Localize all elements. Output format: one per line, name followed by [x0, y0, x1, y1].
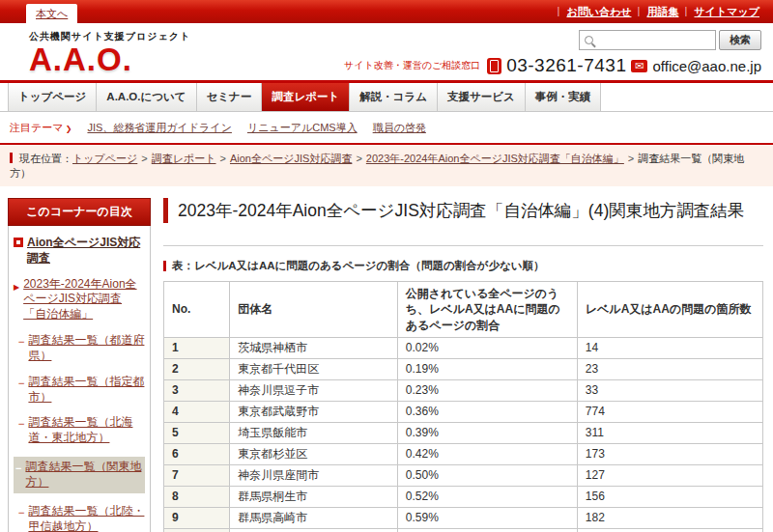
top-utility-link[interactable]: お問い合わせ	[555, 5, 631, 19]
sidebar-link[interactable]: 調査結果一覧（北陸・甲信越地方）	[28, 504, 145, 532]
search-input[interactable]	[597, 34, 710, 47]
theme-link[interactable]: JIS、総務省運用ガイドライン	[87, 121, 231, 135]
breadcrumb-separator: >	[356, 153, 361, 164]
nav-tab[interactable]: 支援サービス	[438, 83, 526, 111]
table-header-cell: No.	[164, 282, 230, 338]
breadcrumb-link[interactable]: Aion全ページJIS対応調査	[230, 153, 352, 164]
row-number-cell: 8	[164, 486, 230, 507]
email-link[interactable]: office@aao.ne.jp	[652, 58, 761, 74]
table-header-row: No. 団体名 公開されている全ページのうち、レベルA又はAAに問題のあるページ…	[164, 282, 763, 338]
contact-info: サイト改善・運営のご相談窓口 03-3261-7431 ✉ office@aao…	[344, 55, 761, 76]
breadcrumb-link[interactable]: 2023年-2024年Aion全ページJIS対応調査「自治体編」	[366, 153, 624, 164]
municipality-cell: 東京都武蔵野市	[230, 401, 398, 422]
search-icon	[585, 36, 593, 44]
page-title: 2023年-2024年Aion全ページJIS対応調査「自治体編」(4)関東地方調…	[163, 198, 763, 223]
utility-links: お問い合わせ 用語集 サイトマップ	[555, 5, 759, 19]
bullet-icon	[18, 417, 24, 446]
table-row: 8 群馬県桐生市 0.52% 156	[164, 486, 763, 507]
bullet-icon	[14, 238, 23, 247]
table-header-cell: 団体名	[230, 282, 398, 338]
count-cell: 23	[577, 358, 762, 379]
table-row: 10 栃木県那須塩原市 0.65% 747	[164, 528, 763, 532]
count-cell: 127	[577, 464, 762, 486]
bullet-icon	[14, 279, 19, 322]
search-button[interactable]: 検索	[719, 30, 761, 50]
ratio-cell: 0.50%	[397, 464, 577, 486]
breadcrumb-separator: >	[141, 153, 147, 164]
ratio-cell: 0.42%	[397, 443, 577, 464]
contact-label: サイト改善・運営のご相談窓口	[344, 59, 480, 72]
municipality-cell: 東京都千代田区	[230, 358, 398, 379]
caption-marker-icon	[163, 261, 166, 271]
sidebar-link[interactable]: 調査結果一覧（北海道・東北地方）	[28, 415, 145, 446]
count-cell: 311	[577, 422, 762, 443]
sidebar-link[interactable]: 調査結果一覧（関東地方）	[25, 460, 143, 490]
bullet-icon	[18, 335, 24, 364]
table-header-cell: レベルA又はAAの問題の箇所数	[577, 282, 762, 338]
nav-tab[interactable]: 調査レポート	[262, 83, 350, 111]
breadcrumb-link[interactable]: トップページ	[72, 153, 137, 164]
results-table: No. 団体名 公開されている全ページのうち、レベルA又はAAに問題のあるページ…	[163, 281, 763, 532]
sidebar-link[interactable]: 調査結果一覧（都道府県）	[28, 333, 145, 364]
sidebar-link[interactable]: Aion全ページJIS対応調査	[27, 236, 145, 266]
nav-tab[interactable]: 解説・コラム	[350, 83, 438, 111]
municipality-cell: 埼玉県飯能市	[230, 422, 398, 443]
row-number-cell: 2	[164, 358, 230, 379]
phone-number: 03-3261-7431	[506, 55, 626, 76]
sidebar-item: 調査結果一覧（関東地方）	[14, 457, 145, 493]
count-cell: 14	[577, 337, 762, 358]
ratio-cell: 0.65%	[397, 528, 577, 532]
search-bar: 検索	[579, 30, 761, 50]
breadcrumb-separator: >	[220, 153, 226, 164]
ratio-cell: 0.39%	[397, 422, 577, 443]
mail-icon: ✉	[631, 60, 647, 72]
site-logo[interactable]: 公共機関サイト支援プロジェクト A.A.O.	[29, 30, 190, 76]
municipality-cell: 東京都杉並区	[230, 443, 398, 464]
theme-link[interactable]: 職員の啓発	[373, 121, 426, 135]
nav-tab[interactable]: セミナー	[197, 83, 263, 111]
sidebar-item: 調査結果一覧（北海道・東北地方）	[18, 415, 145, 446]
count-cell: 774	[577, 401, 762, 422]
nav-tab[interactable]: トップページ	[8, 83, 97, 111]
logo-text: A.A.O.	[29, 43, 190, 75]
sidebar-link[interactable]: 2023年-2024年Aion全ページJIS対応調査「自治体編」	[23, 277, 145, 322]
table-row: 4 東京都武蔵野市 0.36% 774	[164, 401, 763, 422]
breadcrumb-link[interactable]: 調査レポート	[152, 153, 216, 164]
table-caption: 表：レベルA又はAAに問題のあるページの割合（問題の割合が少ない順）	[163, 259, 763, 273]
phone-icon	[487, 58, 501, 74]
header-right: 検索 サイト改善・運営のご相談窓口 03-3261-7431 ✉ office@…	[344, 30, 761, 76]
row-number-cell: 1	[164, 337, 230, 358]
nav-tab[interactable]: 事例・実績	[526, 83, 602, 111]
bullet-icon	[18, 506, 24, 532]
breadcrumb-marker-icon	[10, 153, 13, 163]
count-cell: 182	[577, 507, 762, 528]
municipality-cell: 茨城県神栖市	[230, 337, 398, 358]
municipality-cell: 群馬県桐生市	[230, 486, 398, 507]
row-number-cell: 9	[164, 507, 230, 528]
skip-to-content-link[interactable]: 本文へ	[26, 4, 77, 23]
ratio-cell: 0.19%	[397, 358, 577, 379]
row-number-cell: 7	[164, 464, 230, 486]
sidebar-item: 2023年-2024年Aion全ページJIS対応調査「自治体編」	[14, 277, 145, 322]
theme-label: 注目テーマ	[10, 121, 72, 135]
nav-tab[interactable]: A.A.O.について	[97, 83, 196, 111]
sidebar-title: このコーナーの目次	[8, 198, 151, 226]
table-row: 7 神奈川県座間市 0.50% 127	[164, 464, 763, 486]
table-caption-text: 表：レベルA又はAAに問題のあるページの割合（問題の割合が少ない順）	[172, 259, 544, 273]
sidebar-menu: Aion全ページJIS対応調査 2023年-2024年Aion全ページJIS対応…	[8, 226, 151, 532]
row-number-cell: 4	[164, 401, 230, 422]
theme-link[interactable]: リニューアルCMS導入	[247, 121, 358, 135]
featured-theme-row: 注目テーマ JIS、総務省運用ガイドライン リニューアルCMS導入 職員の啓発	[0, 112, 773, 143]
ratio-cell: 0.59%	[397, 507, 577, 528]
sidebar-item: Aion全ページJIS対応調査	[14, 236, 145, 266]
top-utility-link[interactable]: サイトマップ	[682, 5, 759, 19]
main-navigation: トップページ A.A.O.について セミナー 調査レポート 解説・コラム 支援サ…	[0, 80, 773, 112]
bullet-icon	[15, 462, 21, 490]
sidebar-link[interactable]: 調査結果一覧（指定都市）	[28, 375, 145, 406]
table-row: 2 東京都千代田区 0.19% 23	[164, 358, 763, 379]
table-row: 9 群馬県高崎市 0.59% 182	[164, 507, 763, 528]
row-number-cell: 5	[164, 422, 230, 443]
sidebar-item: 調査結果一覧（北陸・甲信越地方）	[18, 504, 145, 532]
municipality-cell: 栃木県那須塩原市	[230, 528, 398, 532]
top-utility-link[interactable]: 用語集	[635, 5, 678, 19]
